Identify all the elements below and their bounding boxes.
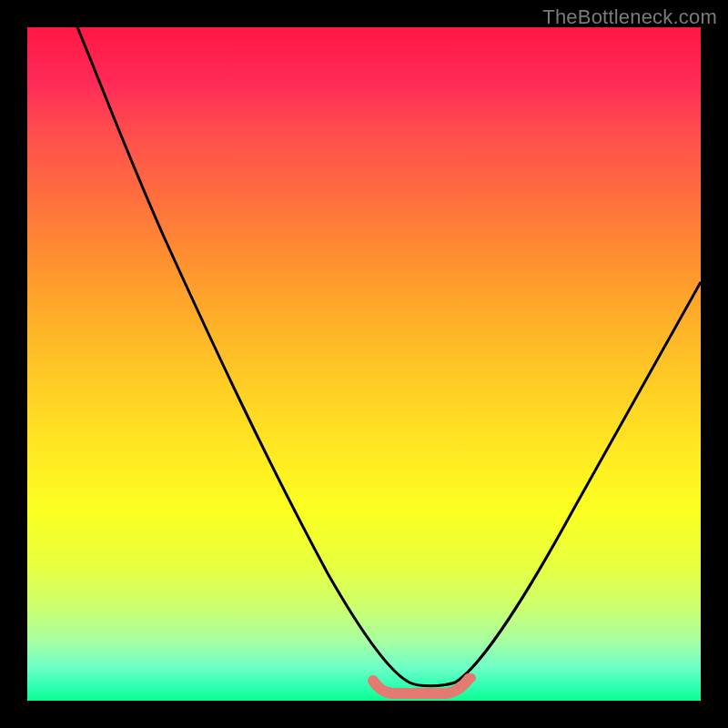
watermark-text: TheBottleneck.com: [542, 5, 717, 29]
marker-dot: [370, 678, 379, 687]
marker-dot: [440, 688, 449, 697]
chart-frame: TheBottleneck.com: [0, 0, 728, 728]
marker-dot: [456, 682, 465, 691]
bottleneck-curve: [77, 27, 701, 686]
marker-dot: [403, 690, 412, 699]
marker-dot: [385, 687, 394, 696]
marker-dot: [421, 690, 430, 699]
plot-area: [27, 27, 701, 701]
marker-dot: [467, 673, 476, 682]
chart-svg: [27, 27, 701, 701]
